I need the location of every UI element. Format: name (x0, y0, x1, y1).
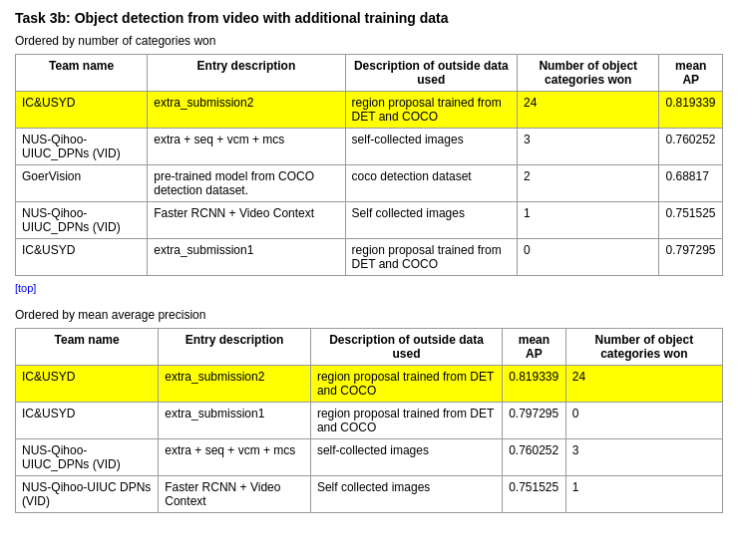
section2-table: Team name Entry description Description … (15, 328, 723, 513)
cell-team: IC&USYD (16, 403, 159, 439)
cell-outside-data: Self collected images (345, 202, 517, 239)
col-categories-won-1: Number of object categories won (517, 55, 658, 92)
col-outside-data-2: Description of outside data used (310, 329, 502, 366)
col-categories-won-2: Number of object categories won (565, 329, 722, 366)
cell-team: NUS-Qihoo-UIUC_DPNs (VID) (16, 439, 159, 476)
cell-categories-won: 24 (565, 366, 722, 403)
cell-team: NUS-Qihoo-UIUC DPNs (VID) (16, 476, 159, 513)
cell-mean-ap: 0.819339 (503, 366, 566, 403)
col-entry-desc-2: Entry description (159, 329, 311, 366)
cell-outside-data: region proposal trained from DET and COC… (345, 239, 517, 276)
col-mean-ap-2: mean AP (503, 329, 566, 366)
section1-label: Ordered by number of categories won (15, 34, 723, 48)
table-row: NUS-Qihoo-UIUC_DPNs (VID) extra + seq + … (16, 129, 723, 165)
cell-team: NUS-Qihoo-UIUC_DPNs (VID) (16, 202, 148, 239)
cell-entry: Faster RCNN + Video Context (148, 202, 345, 239)
cell-categories-won: 0 (517, 239, 658, 276)
table-row: IC&USYD extra_submission1 region proposa… (16, 239, 723, 276)
cell-entry: extra_submission2 (159, 366, 311, 403)
table-row: NUS-Qihoo-UIUC_DPNs (VID) extra + seq + … (16, 439, 723, 476)
cell-mean-ap: 0.68817 (659, 165, 723, 202)
table-row: IC&USYD extra_submission1 region proposa… (16, 403, 723, 439)
cell-mean-ap: 0.797295 (503, 403, 566, 439)
cell-outside-data: region proposal trained from DET and COC… (310, 366, 502, 403)
page-title: Task 3b: Object detection from video wit… (15, 10, 723, 26)
cell-team: IC&USYD (16, 366, 159, 403)
col-team-name-1: Team name (16, 55, 148, 92)
cell-outside-data: region proposal trained from DET and COC… (345, 92, 517, 129)
cell-mean-ap: 0.760252 (659, 129, 723, 165)
cell-team: GoerVision (16, 165, 148, 202)
table-row: NUS-Qihoo-UIUC_DPNs (VID) Faster RCNN + … (16, 202, 723, 239)
cell-mean-ap: 0.797295 (659, 239, 723, 276)
section2-label: Ordered by mean average precision (15, 308, 723, 322)
cell-mean-ap: 0.751525 (659, 202, 723, 239)
cell-categories-won: 0 (565, 403, 722, 439)
table-row: IC&USYD extra_submission2 region proposa… (16, 92, 723, 129)
cell-entry: pre-trained model from COCO detection da… (148, 165, 345, 202)
table-row: NUS-Qihoo-UIUC DPNs (VID) Faster RCNN + … (16, 476, 723, 513)
cell-outside-data: Self collected images (310, 476, 502, 513)
col-mean-ap-1: mean AP (659, 55, 723, 92)
cell-mean-ap: 0.760252 (503, 439, 566, 476)
cell-mean-ap: 0.751525 (503, 476, 566, 513)
table-row: IC&USYD extra_submission2 region proposa… (16, 366, 723, 403)
col-outside-data-1: Description of outside data used (345, 55, 517, 92)
cell-categories-won: 3 (517, 129, 658, 165)
cell-entry: extra_submission2 (148, 92, 345, 129)
cell-entry: Faster RCNN + Video Context (159, 476, 311, 513)
section1-table: Team name Entry description Description … (15, 54, 723, 276)
cell-outside-data: region proposal trained from DET and COC… (310, 403, 502, 439)
cell-categories-won: 2 (517, 165, 658, 202)
cell-outside-data: coco detection dataset (345, 165, 517, 202)
cell-outside-data: self-collected images (310, 439, 502, 476)
cell-categories-won: 1 (517, 202, 658, 239)
col-entry-desc-1: Entry description (148, 55, 345, 92)
cell-categories-won: 24 (517, 92, 658, 129)
cell-entry: extra_submission1 (148, 239, 345, 276)
cell-outside-data: self-collected images (345, 129, 517, 165)
cell-categories-won: 3 (565, 439, 722, 476)
cell-entry: extra_submission1 (159, 403, 311, 439)
cell-entry: extra + seq + vcm + mcs (159, 439, 311, 476)
col-team-name-2: Team name (16, 329, 159, 366)
cell-mean-ap: 0.819339 (659, 92, 723, 129)
cell-categories-won: 1 (565, 476, 722, 513)
cell-entry: extra + seq + vcm + mcs (148, 129, 345, 165)
top-link-1[interactable]: [top] (15, 282, 723, 294)
cell-team: IC&USYD (16, 239, 148, 276)
cell-team: NUS-Qihoo-UIUC_DPNs (VID) (16, 129, 148, 165)
table-row: GoerVision pre-trained model from COCO d… (16, 165, 723, 202)
cell-team: IC&USYD (16, 92, 148, 129)
